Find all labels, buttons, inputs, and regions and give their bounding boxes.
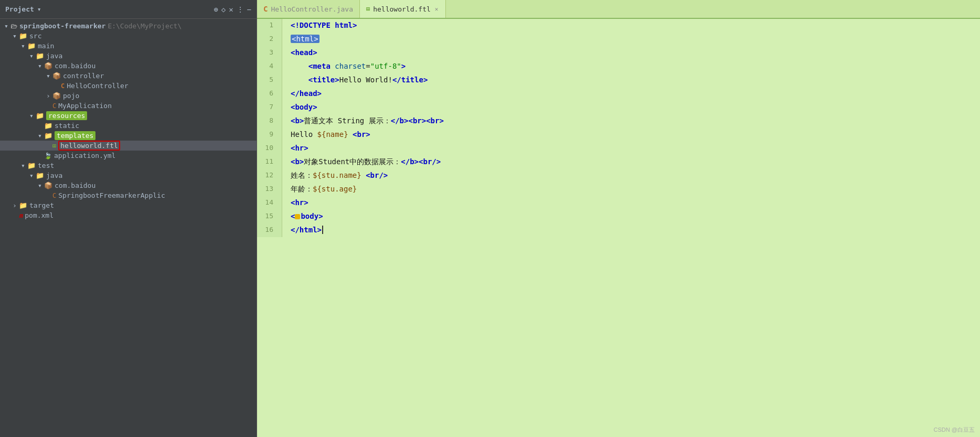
header-icons: ⊕ ◇ ✕ ⋮ − — [214, 5, 251, 14]
tree-item-test-com-baidou[interactable]: 📦 com.baidou — [0, 180, 257, 190]
line-number-3: 3 — [257, 46, 282, 60]
folder-icon: 📦 — [44, 182, 52, 189]
java-app2-icon: C — [52, 192, 56, 199]
code-line-7: 7 <body> — [257, 101, 980, 114]
code-line-15: 15 <body> — [257, 210, 980, 223]
code-line-12: 12 姓名：${stu.name} <br/> — [257, 169, 980, 183]
tree-item-test-java[interactable]: 📁 java — [0, 170, 257, 180]
arrow-icon — [19, 162, 27, 169]
left-panel: Project ▾ ⊕ ◇ ✕ ⋮ − 🗁 springboot-freemar… — [0, 0, 257, 437]
folder-icon: 📁 — [36, 172, 44, 179]
tree-item-static[interactable]: 📁 static — [0, 121, 257, 131]
line-number-10: 10 — [257, 142, 282, 155]
folder-icon: 📁 — [44, 132, 52, 140]
tree-item-com-baidou[interactable]: 📦 com.baidou — [0, 61, 257, 71]
pom-xml-label: pom.xml — [25, 211, 54, 219]
folder-icon: 📁 — [19, 32, 27, 40]
line-content-7: <body> — [282, 101, 317, 114]
file-tree: 🗁 springboot-freemarker E:\Code\MyProjec… — [0, 19, 257, 437]
code-line-5: 5 <title>Hello World!</title> — [257, 73, 980, 87]
tree-item-root[interactable]: 🗁 springboot-freemarker E:\Code\MyProjec… — [0, 21, 257, 31]
line-number-11: 11 — [257, 155, 282, 169]
line-content-1: <!DOCTYPE html> — [282, 19, 357, 33]
code-line-10: 10 <hr> — [257, 142, 980, 155]
folder-icon: 🗁 — [10, 22, 17, 30]
code-line-3: 3 <head> — [257, 46, 980, 60]
project-dropdown-icon[interactable]: ▾ — [37, 5, 41, 13]
springboot-app-label: SpringbootFreemarkerApplic — [58, 191, 165, 199]
src-label: src — [29, 32, 41, 40]
code-line-8: 8 <b>普通文本 String 展示：</b><br><br> — [257, 114, 980, 128]
line-number-8: 8 — [257, 114, 282, 128]
static-label: static — [55, 122, 79, 130]
tab-hello-controller[interactable]: C HelloController.java — [257, 0, 360, 18]
line-number-9: 9 — [257, 128, 282, 142]
arrow-icon — [27, 52, 36, 60]
com-baidou-label: com.baidou — [55, 62, 95, 70]
tree-item-application-yml[interactable]: 🍃 application.yml — [0, 151, 257, 161]
tree-item-my-application[interactable]: C MyApplication — [0, 101, 257, 111]
line-content-8: <b>普通文本 String 展示：</b><br><br> — [282, 114, 444, 128]
java-tab-icon: C — [263, 5, 268, 13]
tree-item-helloworld-ftl[interactable]: ⊞ helloworld.ftl — [0, 141, 257, 151]
line-content-15: <body> — [282, 210, 323, 223]
line-content-11: <b>对象Student中的数据展示：</b><br/> — [282, 155, 441, 169]
tab-close-icon[interactable]: ✕ — [434, 6, 440, 13]
tree-item-controller[interactable]: 📦 controller — [0, 71, 257, 81]
close-panel-icon[interactable]: ✕ — [229, 5, 233, 14]
ftl-tab-icon: ⊞ — [366, 5, 370, 13]
tree-item-hello-controller[interactable]: C HelloController — [0, 81, 257, 91]
tree-item-main[interactable]: 📁 main — [0, 41, 257, 51]
editor-wrapper: 1 <!DOCTYPE html> 2 <html> 3 <head> 4 <m… — [257, 19, 980, 437]
arrow-icon — [10, 32, 19, 40]
line-content-6: </head> — [282, 87, 322, 101]
tree-item-templates[interactable]: 📁 templates — [0, 131, 257, 141]
tree-item-src[interactable]: 📁 src — [0, 31, 257, 41]
line-content-3: <head> — [282, 46, 317, 60]
line-number-6: 6 — [257, 87, 282, 101]
tree-item-test[interactable]: 📁 test — [0, 161, 257, 170]
target-label: target — [29, 201, 54, 209]
line-number-13: 13 — [257, 183, 282, 196]
helloworld-ftl-label: helloworld.ftl — [58, 142, 120, 150]
tree-item-pom-xml[interactable]: m pom.xml — [0, 210, 257, 220]
root-label: springboot-freemarker — [19, 22, 105, 30]
line-number-12: 12 — [257, 169, 282, 183]
project-header: Project ▾ ⊕ ◇ ✕ ⋮ − — [0, 0, 257, 19]
project-title: Project — [5, 5, 34, 13]
gear-small-icon[interactable]: ◇ — [221, 5, 226, 14]
more-icon[interactable]: ⋮ — [237, 5, 244, 14]
java-label: java — [46, 52, 62, 60]
minimize-icon[interactable]: − — [247, 5, 251, 14]
line-content-5: <title>Hello World!</title> — [282, 73, 428, 87]
code-area[interactable]: 1 <!DOCTYPE html> 2 <html> 3 <head> 4 <m… — [257, 19, 980, 237]
line-content-2: <html> — [282, 33, 319, 46]
right-panel: C HelloController.java ⊞ helloworld.ftl … — [257, 0, 980, 437]
line-number-4: 4 — [257, 60, 282, 73]
folder-icon: 📁 — [36, 52, 44, 60]
line-content-14: <hr> — [282, 196, 308, 210]
line-number-15: 15 — [257, 210, 282, 223]
tree-item-pojo[interactable]: 📦 pojo — [0, 91, 257, 101]
line-number-1: 1 — [257, 19, 282, 33]
arrow-icon — [19, 42, 27, 50]
code-line-14: 14 <hr> — [257, 196, 980, 210]
root-path: E:\Code\MyProject\ — [108, 22, 182, 30]
tab-helloworld-ftl[interactable]: ⊞ helloworld.ftl ✕ — [360, 0, 446, 19]
tab-bar: C HelloController.java ⊞ helloworld.ftl … — [257, 0, 980, 19]
tree-item-target[interactable]: 📁 target — [0, 200, 257, 210]
main-label: main — [38, 42, 54, 50]
test-java-label: java — [46, 172, 62, 179]
test-label: test — [38, 162, 54, 169]
controller-label: controller — [63, 72, 104, 80]
tree-item-springboot-app[interactable]: C SpringbootFreemarkerApplic — [0, 190, 257, 200]
code-line-4: 4 <meta charset="utf-8"> — [257, 60, 980, 73]
code-line-6: 6 </head> — [257, 87, 980, 101]
java-file-icon: C — [61, 82, 65, 90]
tree-item-java[interactable]: 📁 java — [0, 51, 257, 61]
test-com-baidou-label: com.baidou — [55, 182, 95, 189]
code-line-2: 2 <html> — [257, 33, 980, 46]
tab-hello-controller-label: HelloController.java — [271, 5, 353, 13]
locate-icon[interactable]: ⊕ — [214, 5, 218, 14]
tree-item-resources[interactable]: 📁 resources — [0, 111, 257, 121]
